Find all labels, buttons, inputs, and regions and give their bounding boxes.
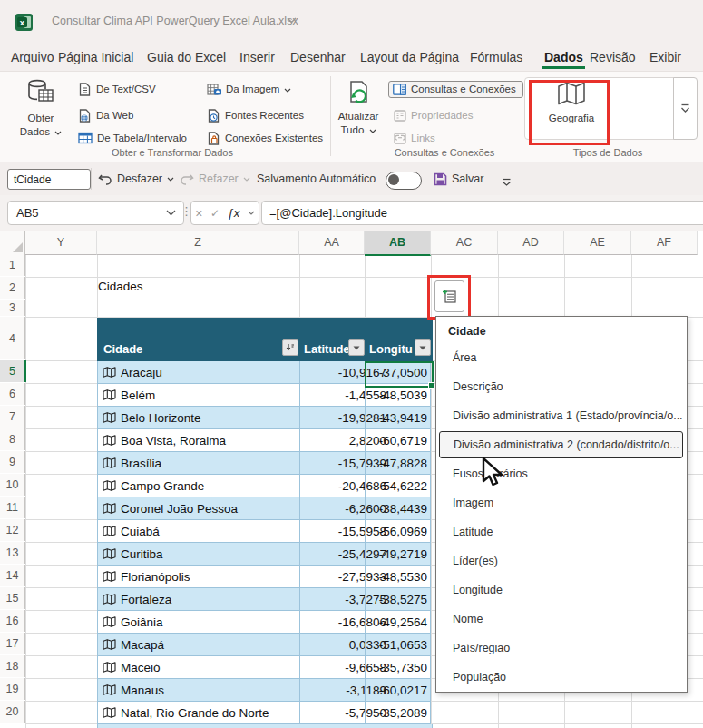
row-header-14[interactable]: 14 [0,565,25,586]
longitude-cell[interactable]: -51,0653 [367,634,427,655]
ribbon-item-fontes-recentes[interactable]: Fontes Recentes [207,105,304,125]
city-cell[interactable]: Curitiba [103,543,163,565]
row-header-3[interactable]: 3 [0,300,25,316]
table-row[interactable]: Cuiabá-15,5958-56,0969 [97,520,431,543]
row-header-18[interactable]: 18 [0,655,25,677]
tab-exibir[interactable]: Exibir [648,47,683,67]
autosave-toggle[interactable] [386,171,422,191]
ribbon-item-conex-es-existentes[interactable]: Conexões Existentes [207,128,323,148]
table-row[interactable]: Coronel João Pessoa-6,2600-38,4439 [97,497,431,520]
longitude-cell[interactable]: -38,5275 [367,588,427,610]
ribbon-item-de-tabela-intervalo[interactable]: De Tabela/Intervalo [78,128,187,148]
field-menu-item--rea[interactable]: Área [436,344,687,371]
undo-button[interactable]: Desfazer [98,169,174,189]
city-cell[interactable]: Belém [103,384,155,406]
city-cell[interactable]: Boa Vista, Roraima [103,429,226,451]
row-header-13[interactable]: 13 [0,542,25,564]
table-row[interactable]: Goiânia-16,6806-49,2564 [97,611,431,634]
table-row[interactable]: Campo Grande-20,4686-54,6222 [97,475,431,497]
gallery-more-button[interactable] [673,77,698,140]
longitude-cell[interactable]: -49,2564 [367,611,427,633]
formula-input[interactable]: =[@Cidade].Longitude [261,201,703,225]
field-menu-item-latitude[interactable]: Latitude [436,518,687,546]
row-header-10[interactable]: 10 [0,474,25,496]
table-row[interactable]: Curitiba-25,4297-49,2719 [97,543,431,566]
selected-cell-ab5[interactable] [365,361,434,388]
column-header-ae[interactable]: AE [564,231,631,255]
table-row[interactable]: Maceió-9,6658-35,7350 [97,656,431,679]
cell-name-box[interactable]: AB5 [7,201,184,225]
table-row[interactable]: Natal, Rio Grande do Norte-5,7950-35,208… [97,702,431,724]
select-all-corner[interactable] [0,231,25,255]
longitude-cell[interactable]: -43,9419 [367,407,427,428]
table-row[interactable]: Manaus-3,1189-60,0217 [97,679,431,702]
tab-layout-da-p-gina[interactable]: Layout da Página [358,47,461,67]
cell-cidades-title[interactable]: Cidades [98,280,299,300]
tab-dados[interactable]: Dados [542,47,585,69]
city-cell[interactable]: Manaus [103,679,164,701]
table-row[interactable]: Macapá0,0330-51,0653 [97,634,431,656]
table-row[interactable]: Fortaleza-3,7275-38,5275 [97,588,431,611]
city-cell[interactable]: Goiânia [103,611,163,633]
column-header-af[interactable]: AF [631,231,698,255]
longitude-cell[interactable]: -49,2719 [367,543,427,565]
field-menu-item-imagem[interactable]: Imagem [436,489,687,516]
longitude-cell[interactable]: -54,6222 [367,475,427,497]
row-header-11[interactable]: 11 [0,497,25,518]
ribbon-item-da-imagem[interactable]: Da Imagem [207,79,291,99]
row-header-20[interactable]: 20 [0,701,25,723]
row-header-8[interactable]: 8 [0,428,25,450]
refresh-all-button[interactable]: Atualizar Tudo [332,78,385,136]
latitude-filter-button[interactable] [348,339,365,356]
column-header-z[interactable]: Z [97,231,299,255]
column-header-ad[interactable]: AD [498,231,564,255]
city-cell[interactable]: Brasília [103,452,161,474]
longitude-cell[interactable]: -35,7350 [367,656,427,678]
field-menu-item-l-der-es[interactable]: Líder(es) [436,547,687,575]
fill-handle[interactable] [428,382,434,389]
tab-arquivo[interactable]: Arquivo [9,47,55,67]
row-header-15[interactable]: 15 [0,587,25,609]
field-menu-item-divis-o-administrativa-2-condado-distrito-o[interactable]: Divisão administrativa 2 (condado/distri… [439,431,683,458]
city-cell[interactable]: Natal, Rio Grande do Norte [103,702,269,723]
longitude-cell[interactable]: -35,2089 [367,702,427,723]
cidade-sort-filter-button[interactable] [282,339,298,356]
longitude-cell[interactable]: -60,6719 [367,429,427,451]
row-header-7[interactable]: 7 [0,406,25,428]
document-title[interactable]: Consultar Clima API PowerQuery Excel Aul… [52,15,298,27]
row-header-9[interactable]: 9 [0,451,25,473]
row-header-6[interactable]: 6 [0,383,25,405]
row-header-4[interactable]: 4 [0,317,25,359]
longitude-cell[interactable]: -60,0217 [367,679,427,701]
ribbon-item-da-web[interactable]: Da Web [78,105,133,125]
city-cell[interactable]: Florianópolis [103,566,190,587]
tab-desenhar[interactable]: Desenhar [288,47,347,67]
tab-inserir[interactable]: Inserir [238,47,277,67]
city-cell[interactable]: Macapá [103,634,164,655]
insert-function-icon[interactable]: ƒx [228,206,240,220]
table-row[interactable]: Florianópolis-27,5933-48,5530 [97,566,431,588]
table-row[interactable]: Brasília-15,7939-47,8828 [97,452,431,475]
city-cell[interactable]: Maceió [103,656,161,678]
table-row[interactable]: Belo Horizonte-19,9281-43,9419 [97,407,431,429]
save-button[interactable]: Salvar [434,169,483,189]
longitude-cell[interactable]: -56,0969 [367,520,427,542]
city-cell[interactable]: Campo Grande [103,475,204,497]
row-header-17[interactable]: 17 [0,633,25,654]
row-header-2[interactable]: 2 [0,277,25,299]
city-cell[interactable]: Coronel João Pessoa [103,497,238,519]
title-chevron-down-icon[interactable] [287,17,297,24]
row-header-1[interactable]: 1 [0,254,25,276]
ribbon-item-de-text-csv[interactable]: De Text/CSV [78,79,156,99]
field-menu-item-descri-o[interactable]: Descrição [436,373,687,400]
row-header-19[interactable]: 19 [0,678,25,700]
table-row[interactable]: Boa Vista, Roraima2,8200-60,6719 [97,429,431,452]
field-menu-item-longitude[interactable]: Longitude [436,576,687,604]
get-data-button[interactable]: Obter Dados [15,78,67,138]
column-header-aa[interactable]: AA [299,231,365,255]
field-menu-item-fusos-hor-rios[interactable]: Fusos horários [436,460,687,487]
longitude-filter-button[interactable] [415,339,431,356]
tab-f-rmulas[interactable]: Fórmulas [468,47,524,67]
column-header-ac[interactable]: AC [431,231,498,255]
longitude-cell[interactable]: -48,5530 [367,566,427,587]
